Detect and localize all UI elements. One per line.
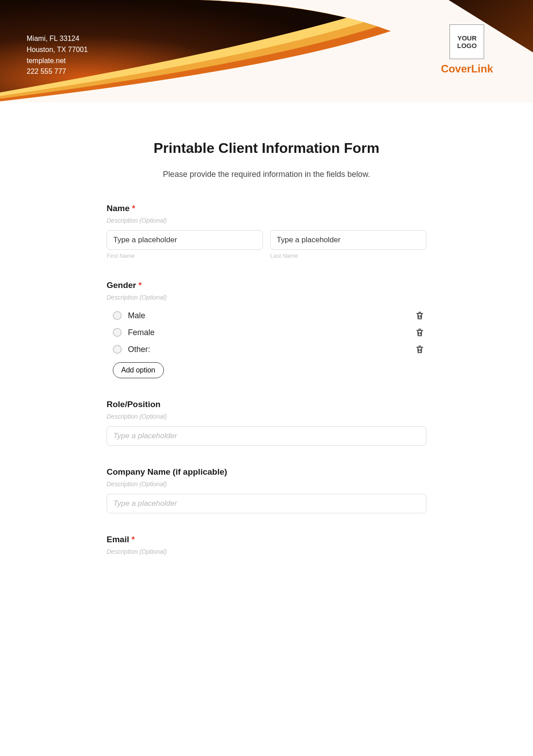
trash-icon[interactable] [415, 328, 425, 337]
option-label[interactable]: Other: [128, 345, 150, 354]
addr-line: Miami, FL 33124 [27, 33, 88, 44]
company-input[interactable] [107, 494, 426, 513]
role-label: Role/Position [107, 400, 426, 409]
label-text: Gender [107, 280, 136, 290]
field-name: Name * Description (Optional) First Name… [107, 204, 426, 259]
required-mark: * [131, 535, 135, 544]
page-header: Miami, FL 33124 Houston, TX 77001 templa… [0, 0, 533, 102]
add-option-button[interactable]: Add option [113, 362, 164, 378]
required-mark: * [132, 204, 135, 213]
company-label: Company Name (if applicable) [107, 467, 426, 477]
radio-icon[interactable] [113, 311, 122, 320]
label-text: Email [107, 535, 129, 544]
logo-block: YOUR LOGO CoverLink [441, 24, 493, 75]
trash-icon[interactable] [415, 311, 425, 320]
gender-desc[interactable]: Description (Optional) [107, 294, 426, 301]
email-desc[interactable]: Description (Optional) [107, 548, 426, 555]
addr-line: template.net [27, 56, 88, 67]
name-desc[interactable]: Description (Optional) [107, 217, 426, 224]
radio-icon[interactable] [113, 328, 122, 337]
header-address: Miami, FL 33124 Houston, TX 77001 templa… [27, 33, 88, 77]
option-label[interactable]: Female [128, 328, 155, 337]
gender-label: Gender * [107, 280, 426, 290]
option-label[interactable]: Male [128, 311, 145, 320]
field-role: Role/Position Description (Optional) [107, 400, 426, 446]
field-email: Email * Description (Optional) [107, 535, 426, 555]
last-name-input[interactable] [270, 230, 426, 250]
form-subtitle: Please provide the required information … [107, 170, 426, 179]
brand-name: CoverLink [441, 63, 493, 75]
role-desc[interactable]: Description (Optional) [107, 413, 426, 420]
field-company: Company Name (if applicable) Description… [107, 467, 426, 513]
addr-line: Houston, TX 77001 [27, 44, 88, 56]
required-mark: * [139, 280, 142, 290]
gender-option-row: Female [107, 324, 426, 341]
form-title: Printable Client Information Form [107, 140, 426, 156]
addr-line: 222 555 777 [27, 66, 88, 77]
field-gender: Gender * Description (Optional) Male Fem… [107, 280, 426, 378]
first-name-under: First Name [107, 252, 263, 259]
company-desc[interactable]: Description (Optional) [107, 480, 426, 488]
form-container: Printable Client Information Form Please… [107, 140, 426, 555]
trash-icon[interactable] [415, 344, 425, 354]
label-text: Name [107, 204, 130, 213]
email-label: Email * [107, 535, 426, 544]
last-name-under: Last Name [270, 252, 426, 259]
gender-option-row: Male [107, 307, 426, 324]
gender-option-row: Other: [107, 341, 426, 358]
radio-icon[interactable] [113, 345, 122, 354]
name-label: Name * [107, 204, 426, 213]
first-name-input[interactable] [107, 230, 263, 250]
logo-placeholder: YOUR LOGO [449, 24, 484, 59]
role-input[interactable] [107, 426, 426, 446]
